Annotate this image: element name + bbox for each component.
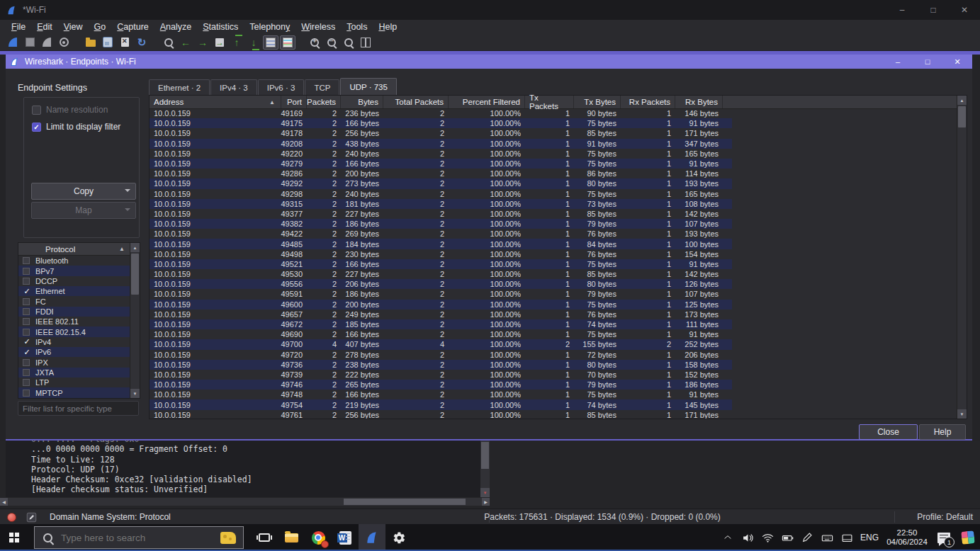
go-back-icon[interactable] [178,35,193,50]
protocol-row-fddi[interactable]: FDDI [18,307,130,317]
go-to-packet-icon[interactable] [212,35,227,50]
table-row[interactable]: 10.0.0.159497542219 bytes2100.00%174 byt… [150,399,732,409]
table-row[interactable]: 10.0.0.159497462265 bytes2100.00%179 byt… [150,380,732,390]
table-row[interactable]: 10.0.0.159492862200 bytes2100.00%186 byt… [150,169,732,178]
table-row[interactable]: 10.0.0.159493772227 bytes2100.00%185 byt… [150,209,732,219]
zoom-original-icon[interactable] [341,35,356,50]
volume-icon[interactable] [738,524,757,551]
protocol-row-mptcp[interactable]: MPTCP [18,387,130,397]
dialog-minimize-button[interactable]: – [883,55,913,69]
table-row[interactable]: 10.0.0.159496902166 bytes2100.00%175 byt… [150,329,732,339]
start-capture-icon[interactable] [5,35,21,50]
taskbar-app-chrome[interactable] [305,524,332,551]
taskbar-app-settings[interactable] [385,524,412,551]
details-vertical-scrollbar[interactable]: ▼ [480,441,490,497]
scroll-up-icon[interactable]: ▲ [130,243,140,252]
table-row[interactable]: 10.0.0.159493822186 bytes2100.00%179 byt… [150,219,732,229]
table-row[interactable]: 10.0.0.159497004407 bytes4100.00%2155 by… [150,339,732,349]
menu-capture[interactable]: Capture [111,21,154,33]
auto-scroll-icon[interactable] [263,35,278,50]
colorful-app-icon[interactable] [956,524,980,551]
table-row[interactable]: 10.0.0.159496722185 bytes2100.00%174 byt… [150,319,732,329]
column-header-address[interactable]: Address▲ [150,96,281,108]
taskbar-clock[interactable]: 22:50 04/06/2024 [882,528,932,547]
protocol-row-ieee-802-11[interactable]: IEEE 802.11 [18,317,130,326]
zoom-in-icon[interactable] [307,35,322,50]
main-close-button[interactable]: ✕ [949,0,980,20]
column-header-bytes[interactable]: Bytes [341,96,383,108]
packet-details-pane[interactable]: 0... .... = Flags: 0x0...0 0000 0000 000… [6,441,480,497]
restart-capture-icon[interactable] [39,35,55,50]
menu-file[interactable]: File [6,21,31,33]
table-row[interactable]: 10.0.0.159497482166 bytes2100.00%175 byt… [150,390,732,399]
table-row[interactable]: 10.0.0.159497202278 bytes2100.00%172 byt… [150,350,732,360]
status-profile[interactable]: Profile: Default [917,512,973,522]
pen-icon[interactable] [797,524,817,551]
copy-button[interactable]: Copy [31,183,136,200]
menu-edit[interactable]: Edit [31,21,58,33]
scroll-left-icon[interactable]: ◀ [0,498,8,506]
scroll-down-icon[interactable]: ▼ [480,488,490,497]
column-header-tx-packets[interactable]: Tx Packets [525,96,574,108]
protocol-row-ltp[interactable]: LTP [18,377,130,387]
protocol-row-ipv6[interactable]: ✓IPv6 [18,347,130,357]
taskbar-search[interactable] [34,526,244,549]
table-row[interactable]: 10.0.0.159495912186 bytes2100.00%179 byt… [150,289,732,299]
help-button[interactable]: Help [919,424,966,440]
menu-tools[interactable]: Tools [341,21,373,33]
column-header-packets[interactable]: Packets [307,96,341,108]
table-row[interactable]: 10.0.0.159497392222 bytes2100.00%170 byt… [150,370,732,380]
table-row[interactable]: 10.0.0.159492792166 bytes2100.00%175 byt… [150,159,732,169]
table-row[interactable]: 10.0.0.159496572249 bytes2100.00%176 byt… [150,309,732,319]
protocol-row-jxta[interactable]: JXTA [18,368,130,377]
menu-view[interactable]: View [58,21,89,33]
table-row[interactable]: 10.0.0.159491692236 bytes2100.00%190 byt… [150,108,732,118]
tab-udp-735[interactable]: UDP · 735 [340,78,396,95]
table-row[interactable]: 10.0.0.159492082438 bytes2100.00%191 byt… [150,139,732,149]
go-first-icon[interactable] [229,35,244,50]
reload-file-icon[interactable] [134,35,150,50]
taskbar-app-wireshark[interactable] [359,524,385,551]
protocol-row-bluetooth[interactable]: Bluetooth [18,256,130,266]
table-row[interactable]: 10.0.0.159494982230 bytes2100.00%176 byt… [150,249,732,259]
protocol-row-ipx[interactable]: IPX [18,357,130,367]
column-header-port[interactable]: Port [281,96,307,108]
limit-display-filter-checkbox[interactable]: ✓ Limit to display filter [32,122,120,132]
scroll-down-icon[interactable]: ▼ [957,409,967,419]
tab-ipv4-3[interactable]: IPv4 · 3 [210,79,257,95]
resize-columns-icon[interactable] [358,35,373,50]
menu-help[interactable]: Help [373,21,402,33]
protocol-row-ipv4[interactable]: ✓IPv4 [18,337,130,347]
table-row[interactable]: 10.0.0.159494852184 bytes2100.00%184 byt… [150,239,732,249]
scrollbar-thumb[interactable] [958,106,966,127]
capture-comment-icon[interactable] [26,512,37,523]
table-row[interactable]: 10.0.0.159495562206 bytes2100.00%180 byt… [150,279,732,289]
scrollbar-thumb[interactable] [344,499,466,505]
save-file-icon[interactable] [100,35,116,50]
scrollbar-thumb[interactable] [481,442,489,469]
table-row[interactable]: 10.0.0.159494222269 bytes2100.00%176 byt… [150,229,732,239]
details-horizontal-scrollbar[interactable]: ◀ ▶ [0,498,490,506]
table-row[interactable]: 10.0.0.159496002200 bytes2100.00%175 byt… [150,300,732,309]
table-row[interactable]: 10.0.0.159497362238 bytes2100.00%180 byt… [150,360,732,370]
start-button[interactable] [0,524,34,551]
protocol-row-fc[interactable]: FC [18,296,130,306]
name-resolution-checkbox[interactable]: Name resolution [32,105,108,115]
capture-options-icon[interactable] [56,35,72,50]
dialog-close-button[interactable]: ✕ [942,55,972,69]
stop-capture-icon[interactable] [22,35,38,50]
battery-icon[interactable] [777,524,797,551]
scrollbar-thumb[interactable] [131,254,139,295]
open-file-icon[interactable] [83,35,98,50]
protocol-row-ethernet[interactable]: ✓Ethernet [18,286,130,296]
table-row[interactable]: 10.0.0.159492202240 bytes2100.00%175 byt… [150,149,732,159]
table-row[interactable]: 10.0.0.159492982240 bytes2100.00%175 byt… [150,189,732,199]
column-header-rx-packets[interactable]: Rx Packets [621,96,675,108]
table-row[interactable]: 10.0.0.159491752166 bytes2100.00%175 byt… [150,118,732,128]
menu-wireless[interactable]: Wireless [295,21,341,33]
taskbar-app-file-explorer[interactable] [278,524,305,551]
tray-expand-icon[interactable] [718,524,738,551]
close-file-icon[interactable] [117,35,133,50]
column-header-rx-bytes[interactable]: Rx Bytes [675,96,723,108]
table-row[interactable]: 10.0.0.159497612256 bytes2100.00%185 byt… [150,410,732,419]
